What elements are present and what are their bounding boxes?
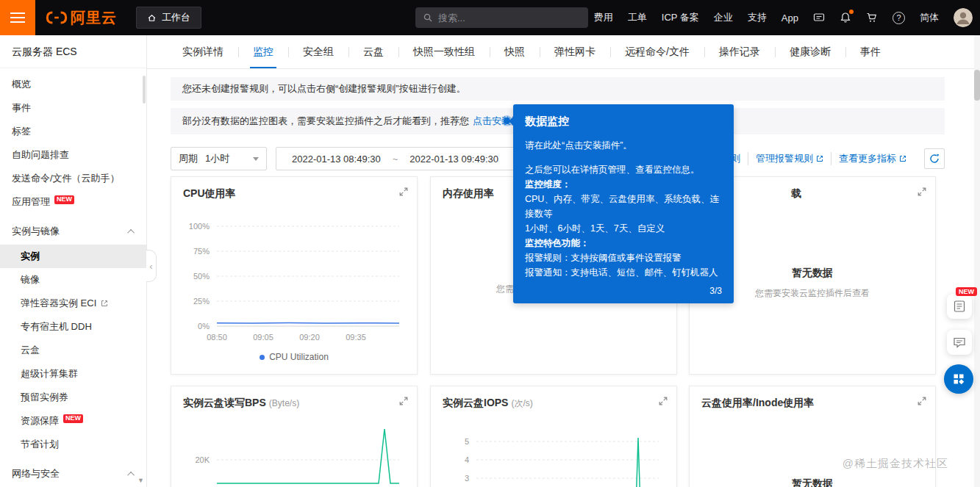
chevron-up-icon — [127, 471, 135, 478]
cart-icon[interactable] — [866, 12, 878, 24]
manage-alarm-rules-link[interactable]: 管理报警规则 — [748, 152, 831, 165]
sidebar-item-instances[interactable]: 实例 — [0, 245, 146, 268]
time-separator: ~ — [393, 154, 398, 165]
start-time: 2022-01-13 08:49:30 — [292, 154, 381, 165]
chart-title: 云盘使用率/Inode使用率 — [701, 397, 814, 410]
new-badge: NEW — [54, 195, 74, 204]
expand-icon[interactable] — [659, 397, 668, 405]
sidebar-item-reserved-instances[interactable]: 预留实例券 — [0, 386, 146, 409]
menu-icon[interactable] — [0, 0, 35, 35]
expand-icon[interactable] — [918, 187, 926, 196]
nav-billing[interactable]: 费用 — [594, 11, 613, 24]
chart-unit: (Byte/s) — [269, 398, 299, 408]
tab-monitoring[interactable]: 监控 — [238, 35, 288, 68]
search-input[interactable] — [438, 12, 571, 24]
sidebar-group-instances[interactable]: 实例与镜像 — [0, 218, 146, 245]
disk-usage-card: 云盘使用率/Inode使用率 暂无数据 — [689, 386, 936, 487]
tab-snapshot-consistency-groups[interactable]: 快照一致性组 — [398, 35, 490, 68]
tooltip-text: 之后您可以在详情页管理、查看监控信息。 — [525, 162, 722, 177]
message-icon[interactable] — [813, 12, 825, 24]
x-tick: 09:35 — [346, 333, 366, 342]
tab-health-diagnosis[interactable]: 健康诊断 — [775, 35, 845, 68]
page-scrollbar[interactable] — [974, 35, 980, 487]
sidebar-item-cloudbox[interactable]: 云盒 — [0, 339, 146, 362]
tab-disks[interactable]: 云盘 — [348, 35, 398, 68]
scrollbar-thumb[interactable] — [974, 70, 980, 101]
sidebar-item-troubleshooting[interactable]: 自助问题排查 — [0, 143, 146, 167]
tooltip-text: 报警规则：支持按阈值或事件设置报警 — [525, 250, 722, 265]
scroll-down-icon[interactable]: ▼ — [137, 477, 144, 484]
cpu-usage-card: CPU使用率 100% 75% 50% 25% 0% 08:50 09:05 0… — [171, 176, 418, 375]
tab-remote-command[interactable]: 远程命令/文件 — [610, 35, 704, 68]
tour-beacon — [504, 118, 510, 124]
nav-tickets[interactable]: 工单 — [628, 11, 647, 24]
avatar[interactable] — [954, 8, 973, 27]
period-value: 1小时 — [205, 152, 229, 165]
feedback-panel-button[interactable] — [947, 294, 972, 319]
nav-enterprise[interactable]: 企业 — [714, 11, 733, 24]
expand-icon[interactable] — [399, 187, 408, 196]
y-tick: 3 — [465, 474, 469, 483]
chart-title-text: 实例云盘IOPS — [443, 397, 508, 408]
sidebar-item-eci[interactable]: 弹性容器实例 ECI — [0, 292, 146, 315]
sidebar-item-ddh[interactable]: 专有宿主机 DDH — [0, 315, 146, 339]
link-label: 查看更多指标 — [839, 152, 896, 165]
sidebar-item-app-management[interactable]: 应用管理 NEW — [0, 190, 146, 214]
bps-line-series — [217, 429, 399, 483]
tab-operation-records[interactable]: 操作记录 — [704, 35, 775, 68]
sidebar-item-resource-assurance[interactable]: 资源保障 NEW — [0, 409, 146, 433]
widget-dashboard-button[interactable] — [944, 364, 973, 394]
search-icon — [423, 12, 433, 23]
y-tick: 0% — [198, 322, 210, 331]
tab-events[interactable]: 事件 — [845, 35, 895, 68]
main-content: 实例详情 监控 安全组 云盘 快照一致性组 快照 弹性网卡 远程命令/文件 操作… — [147, 35, 980, 487]
tab-enis[interactable]: 弹性网卡 — [540, 35, 610, 68]
panel-icon — [953, 300, 966, 313]
chat-button[interactable] — [947, 330, 972, 355]
lang-switch[interactable]: 简体 — [920, 11, 939, 24]
tab-instance-details[interactable]: 实例详情 — [168, 35, 238, 68]
nav-support[interactable]: 支持 — [748, 11, 767, 24]
no-data-text: 暂无数据 — [690, 477, 935, 487]
tab-snapshots[interactable]: 快照 — [490, 35, 540, 68]
tooltip-text: 报警通知：支持电话、短信、邮件、钉钉机器人 — [525, 265, 722, 280]
nav-app[interactable]: App — [782, 12, 798, 24]
y-tick: 4 — [465, 455, 469, 464]
aliyun-logo[interactable]: 阿里云 — [46, 8, 117, 28]
chart-title: 实例云盘IOPS(次/s) — [443, 397, 533, 410]
y-tick: 25% — [193, 297, 210, 306]
topbar-right: 费用 工单 ICP 备案 企业 支持 App ? 简体 — [594, 0, 973, 35]
sidebar-item-cloud-assistant[interactable]: 发送命令/文件（云助手） — [0, 167, 146, 190]
help-icon[interactable]: ? — [893, 12, 905, 24]
sidebar-item-images[interactable]: 镜像 — [0, 268, 146, 292]
sidebar-item-supercomputing[interactable]: 超级计算集群 — [0, 362, 146, 386]
sidebar-item-savings-plans[interactable]: 节省计划 — [0, 433, 146, 456]
date-range-picker[interactable]: 2022-01-13 08:49:30 ~ 2022-01-13 09:49:3… — [276, 147, 515, 170]
guide-tooltip: 数据监控 请在此处“点击安装插件”。 之后您可以在详情页管理、查看监控信息。 监… — [513, 104, 734, 303]
tooltip-step: 3/3 — [525, 286, 722, 296]
sidebar-collapse-handle[interactable]: ‹ — [146, 250, 157, 282]
nav-icp[interactable]: ICP 备案 — [662, 11, 699, 24]
period-select[interactable]: 周期 1小时 — [171, 147, 267, 170]
new-badge: NEW — [63, 414, 83, 423]
period-label: 周期 — [179, 152, 198, 165]
sidebar-scrollbar[interactable] — [143, 76, 146, 104]
bell-icon[interactable] — [840, 12, 851, 24]
tab-security-groups[interactable]: 安全组 — [288, 35, 348, 68]
sidebar-group-network[interactable]: 网络与安全 — [0, 461, 146, 487]
alarm-notice: 您还未创建报警规则，可以点击右侧“创建报警规则”按钮进行创建。 — [171, 77, 945, 101]
sidebar-item-overview[interactable]: 概览 — [0, 73, 146, 96]
sidebar-title: 云服务器 ECS — [0, 35, 146, 68]
view-more-metrics-link[interactable]: 查看更多指标 — [831, 152, 914, 165]
plugin-notice-text: 部分没有数据的监控图表，需要安装监控插件之后才能看到，推荐您 — [182, 115, 469, 128]
y-tick: 100% — [189, 222, 210, 231]
sidebar-item-events[interactable]: 事件 — [0, 96, 146, 120]
sidebar-item-tags[interactable]: 标签 — [0, 120, 146, 143]
expand-icon[interactable] — [399, 397, 408, 405]
search-box[interactable] — [415, 7, 588, 28]
workbench-button[interactable]: 工作台 — [136, 7, 201, 29]
refresh-button[interactable] — [924, 148, 945, 169]
expand-icon[interactable] — [918, 397, 926, 405]
chevron-down-icon — [253, 157, 259, 161]
disk-bps-chart: 20K — [171, 419, 418, 487]
